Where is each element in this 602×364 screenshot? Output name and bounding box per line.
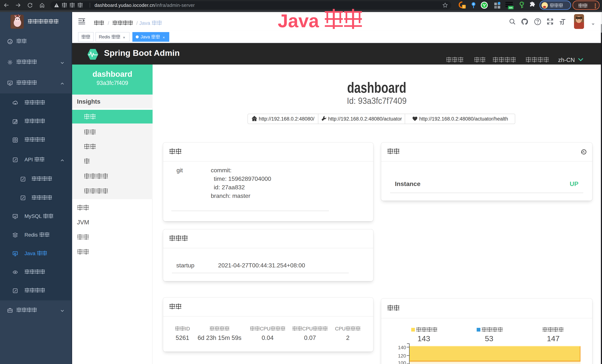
svg-text:on: on — [509, 6, 512, 9]
svg-text:1: 1 — [463, 5, 465, 8]
